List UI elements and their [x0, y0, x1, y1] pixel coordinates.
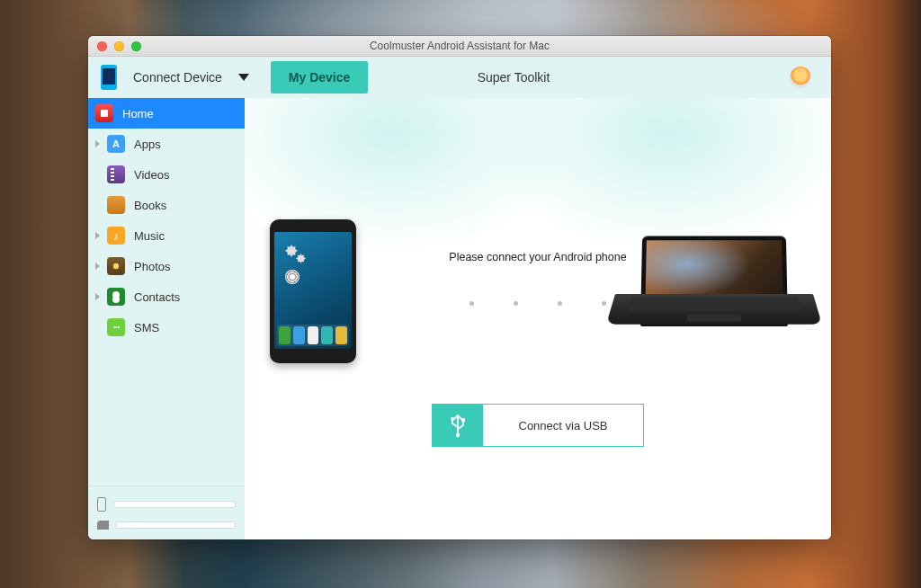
connect-device-label: Connect Device — [133, 70, 222, 85]
sidebar-item-label: Books — [134, 199, 166, 212]
app-window: Coolmuster Android Assistant for Mac Con… — [88, 36, 831, 539]
expand-arrow-icon — [95, 263, 100, 270]
connect-via-usb-button[interactable]: Connect via USB — [432, 404, 644, 447]
svg-rect-2 — [461, 418, 465, 422]
connect-via-usb-label: Connect via USB — [483, 405, 643, 446]
sidebar-item-label: Contacts — [134, 290, 180, 304]
sd-storage-bar — [116, 521, 236, 529]
progress-dot — [602, 301, 606, 306]
usb-icon — [433, 405, 483, 446]
contacts-icon — [107, 288, 125, 306]
sidebar-item-books[interactable]: Books — [88, 190, 245, 220]
books-icon — [107, 196, 125, 214]
progress-dot — [469, 301, 474, 306]
sd-card-icon — [97, 521, 109, 530]
user-avatar[interactable] — [790, 67, 811, 88]
sidebar-item-label: Videos — [134, 168, 170, 182]
svg-point-1 — [451, 417, 454, 421]
sidebar-item-home[interactable]: Home — [88, 98, 245, 129]
connect-prompt-text: Please connect your Android phone — [449, 251, 626, 263]
gear-icon — [296, 254, 306, 263]
home-icon — [95, 104, 113, 122]
gear-icon — [285, 245, 298, 257]
sidebar-item-label: Apps — [134, 138, 161, 151]
title-bar: Coolmuster Android Assistant for Mac — [88, 36, 831, 57]
connect-device-dropdown[interactable]: Connect Device — [133, 70, 249, 85]
storage-indicators — [88, 486, 245, 539]
device-phone-icon — [101, 65, 117, 90]
apps-icon — [107, 135, 125, 153]
sd-storage-row — [97, 521, 236, 530]
sidebar-item-photos[interactable]: Photos — [88, 251, 245, 281]
my-device-button[interactable]: My Device — [271, 61, 368, 94]
sidebar-item-videos[interactable]: Videos — [88, 159, 245, 190]
android-phone-illustration — [270, 219, 356, 363]
sidebar-item-contacts[interactable]: Contacts — [88, 281, 245, 312]
internal-storage-row — [97, 497, 236, 512]
progress-dot — [514, 301, 518, 306]
svg-point-3 — [456, 433, 460, 437]
internal-storage-icon — [97, 497, 106, 512]
main-content: Please connect your Android phone — [245, 98, 831, 539]
sms-icon — [107, 318, 125, 336]
super-toolkit-button[interactable]: Super Toolkit — [478, 70, 550, 85]
connection-progress-dots — [469, 301, 606, 306]
sidebar-item-music[interactable]: Music — [88, 220, 245, 251]
laptop-illustration — [615, 233, 813, 368]
window-title: Coolmuster Android Assistant for Mac — [88, 40, 831, 52]
photos-icon — [107, 257, 125, 275]
desktop-wallpaper: Coolmuster Android Assistant for Mac Con… — [0, 0, 921, 588]
sidebar-item-sms[interactable]: SMS — [88, 312, 245, 343]
sidebar-item-label: Photos — [134, 260, 170, 273]
internal-storage-bar — [113, 501, 236, 508]
videos-icon — [107, 165, 125, 183]
sidebar-item-label: SMS — [134, 321, 159, 334]
film-reel-icon — [285, 270, 300, 284]
sidebar-item-label: Music — [134, 229, 165, 243]
chevron-down-icon — [238, 74, 249, 81]
sidebar-item-apps[interactable]: Apps — [88, 129, 245, 159]
expand-arrow-icon — [95, 293, 100, 300]
progress-dot — [558, 301, 562, 306]
sidebar: Home Apps Videos Boo — [88, 98, 245, 539]
sidebar-item-label: Home — [122, 107, 154, 120]
expand-arrow-icon — [95, 232, 100, 239]
top-toolbar: Connect Device My Device Super Toolkit — [88, 57, 831, 98]
music-icon — [107, 227, 125, 245]
expand-arrow-icon — [95, 140, 100, 147]
sidebar-nav: Home Apps Videos Boo — [88, 98, 245, 486]
